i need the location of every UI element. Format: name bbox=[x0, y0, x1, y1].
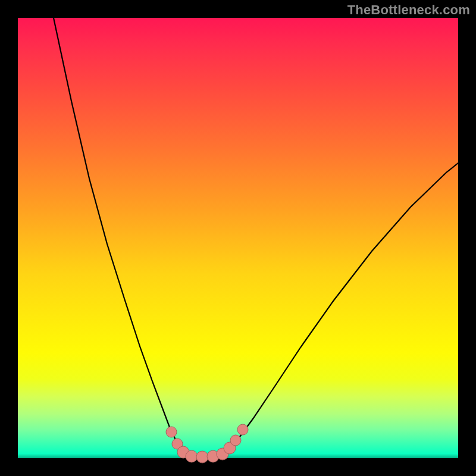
data-marker bbox=[186, 450, 198, 462]
data-marker bbox=[237, 424, 248, 435]
marker-group bbox=[166, 424, 248, 463]
data-marker bbox=[230, 435, 241, 446]
data-marker bbox=[196, 451, 208, 463]
chart-frame: TheBottleneck.com bbox=[0, 0, 476, 476]
curve-right-branch bbox=[220, 163, 458, 456]
data-marker bbox=[166, 427, 177, 437]
chart-svg bbox=[18, 18, 458, 458]
curve-left-branch bbox=[54, 18, 187, 456]
watermark-text: TheBottleneck.com bbox=[347, 2, 470, 18]
